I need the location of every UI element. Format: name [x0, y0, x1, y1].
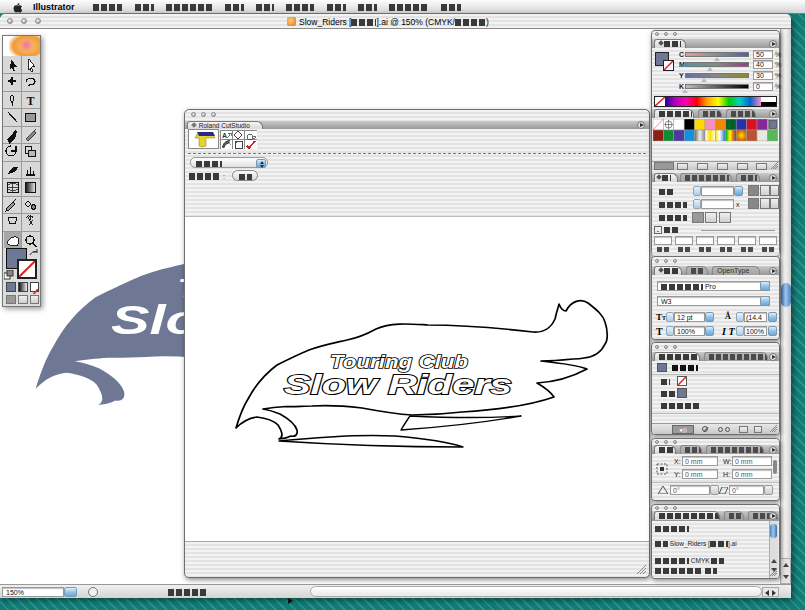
svg-text:T: T — [27, 94, 35, 108]
svg-text:Slow Riders: Slow Riders — [284, 369, 512, 400]
svg-text:A: A — [222, 132, 227, 139]
